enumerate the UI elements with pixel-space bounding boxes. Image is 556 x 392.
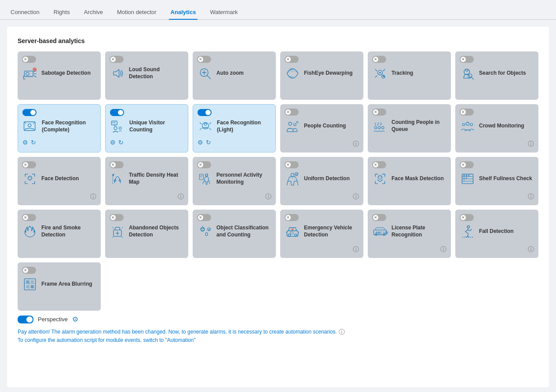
toggle-counting-queue[interactable]: ✕ — [372, 109, 386, 116]
toggle-face-recog-light[interactable]: ✓ — [198, 109, 212, 116]
svg-point-29 — [28, 176, 32, 180]
toggle-fall-detection[interactable]: ✕ — [460, 214, 474, 221]
svg-text:1: 1 — [374, 122, 377, 126]
crowd-monitoring-icon — [460, 118, 476, 134]
toggle-personnel-activity[interactable]: ✕ — [197, 161, 211, 168]
toggle-face-detection[interactable]: ✕ — [22, 161, 36, 168]
personnel-activity-icon — [197, 171, 213, 187]
toggle-loud-sound[interactable]: ✕ — [110, 56, 124, 63]
fire-smoke-label: Fire and Smoke Detection — [41, 225, 96, 238]
toggle-people-counting[interactable]: ✕ — [285, 109, 299, 116]
people-counting-label: People Counting — [304, 123, 346, 130]
info-icon-people-counting[interactable]: ⓘ — [353, 140, 359, 148]
shelf-fullness-icon — [460, 171, 476, 187]
info-icon-license[interactable]: ⓘ — [440, 246, 446, 254]
refresh-icon-3[interactable]: ↻ — [206, 139, 211, 146]
fire-smoke-icon — [22, 224, 38, 240]
face-mask-icon — [372, 171, 388, 187]
face-recog-light-icon — [198, 119, 213, 134]
svg-point-5 — [379, 72, 381, 73]
card-traffic-density: ✕ Traffic Density Heat Ma — [105, 157, 188, 205]
svg-point-55 — [295, 234, 297, 236]
toggle-abandoned[interactable]: ✕ — [110, 214, 124, 221]
settings-icon[interactable]: ⚙ — [22, 139, 28, 146]
settings-icon-2[interactable]: ⚙ — [110, 139, 116, 146]
toggle-fisheye[interactable]: ✕ — [285, 56, 299, 63]
card-fire-smoke: ✕ Fire and Smoke Detection — [18, 210, 101, 258]
settings-icon-3[interactable]: ⚙ — [198, 139, 203, 146]
refresh-icon[interactable]: ↻ — [31, 139, 36, 146]
toggle-face-mask[interactable]: ✕ — [372, 161, 386, 168]
face-recog-light-label: Face Recognition (Light) — [217, 120, 271, 133]
svg-point-1 — [26, 72, 29, 75]
info-icon-face-detect[interactable]: ⓘ — [90, 193, 96, 201]
tab-rights[interactable]: Rights — [52, 5, 72, 20]
toggle-object-classify[interactable]: ✕ — [197, 214, 211, 221]
toggle-sabotage[interactable]: ✕ — [22, 56, 36, 63]
toggle-license-plate[interactable]: ✕ — [372, 214, 386, 221]
auto-zoom-icon — [197, 65, 213, 81]
svg-rect-45 — [463, 177, 465, 179]
toggle-frame-blur[interactable]: ✕ — [22, 267, 36, 274]
frame-blur-label: Frame Area Blurring — [41, 281, 92, 288]
card-unique-visitor: ✓ — [105, 104, 188, 152]
info-icon-crowd[interactable]: ⓘ — [528, 140, 534, 148]
toggle-traffic-density[interactable]: ✕ — [110, 161, 124, 168]
toggle-tracking[interactable]: ✕ — [372, 56, 386, 63]
info-icon-shelf[interactable]: ⓘ — [528, 193, 534, 201]
card-fisheye: ✕ FishEye Dewarping — [280, 51, 363, 100]
refresh-icon-2[interactable]: ↻ — [118, 139, 124, 146]
info-icon-traffic[interactable]: ⓘ — [178, 193, 184, 201]
info-icon-fall[interactable]: ⓘ — [528, 246, 534, 254]
toggle-fire-smoke[interactable]: ✕ — [22, 214, 36, 221]
svg-point-40 — [380, 177, 381, 178]
search-objects-label: Search for Objects — [479, 70, 526, 77]
tab-connection[interactable]: Connection — [9, 5, 41, 20]
svg-point-11 — [28, 124, 31, 127]
svg-rect-47 — [463, 180, 465, 181]
bottom-section: ✓ Perspective ⚙ Pay attention! The alarm… — [18, 315, 538, 345]
card-face-recog-complete: ✓ Face Recognition (Complete) — [18, 104, 101, 152]
card-loud-sound: ✕ Loud Sound Detection — [105, 51, 188, 100]
svg-text:3: 3 — [380, 122, 382, 126]
toggle-crowd-monitoring[interactable]: ✕ — [460, 109, 474, 116]
toggle-unique-visitor[interactable]: ✓ — [110, 109, 124, 116]
shelf-fullness-label: Shelf Fullness Check — [479, 175, 532, 182]
toggle-emergency[interactable]: ✕ — [285, 214, 299, 221]
svg-point-19 — [294, 123, 296, 126]
content-area: Server-based analytics ✕ — [7, 27, 549, 387]
tab-archive[interactable]: Archive — [82, 5, 105, 20]
svg-point-24 — [378, 127, 380, 129]
info-icon-personnel[interactable]: ⓘ — [265, 193, 271, 201]
toggle-face-recog-complete[interactable]: ✓ — [22, 109, 37, 116]
cards-row-1: ✕ — [18, 51, 538, 100]
card-tracking: ✕ Tracking — [368, 51, 451, 100]
tracking-label: Tracking — [391, 70, 413, 77]
svg-point-51 — [203, 228, 204, 229]
info-icon-warning[interactable]: ⓘ — [339, 328, 345, 336]
toggle-uniform[interactable]: ✕ — [285, 161, 299, 168]
svg-text:2: 2 — [377, 122, 379, 126]
traffic-density-icon — [110, 171, 125, 187]
card-shelf-fullness: ✕ — [455, 157, 538, 205]
svg-rect-46 — [466, 177, 468, 179]
tab-watermark[interactable]: Watermark — [208, 5, 239, 20]
toggle-auto-zoom[interactable]: ✕ — [197, 56, 211, 63]
object-classify-label: Object Classification and Counting — [216, 225, 271, 238]
svg-rect-64 — [31, 280, 34, 283]
perspective-settings-icon[interactable]: ⚙ — [72, 315, 78, 323]
svg-rect-56 — [290, 232, 293, 234]
info-icon-uniform[interactable]: ⓘ — [353, 193, 359, 201]
svg-point-37 — [295, 173, 298, 176]
tab-motion-detector[interactable]: Motion detector — [115, 5, 158, 20]
toggle-shelf-fullness[interactable]: ✕ — [460, 161, 474, 168]
toggle-search-objects[interactable]: ✕ — [460, 56, 474, 63]
svg-point-27 — [466, 122, 469, 125]
toggle-perspective[interactable]: ✓ — [18, 316, 33, 323]
svg-point-17 — [204, 123, 206, 125]
info-icon-emergency[interactable]: ⓘ — [353, 246, 359, 254]
cards-row-2: ✓ Face Recognition (Complete) — [18, 104, 538, 152]
object-classify-icon — [197, 224, 213, 240]
tab-analytics[interactable]: Analytics — [169, 5, 198, 20]
unique-visitor-icon — [110, 119, 126, 134]
